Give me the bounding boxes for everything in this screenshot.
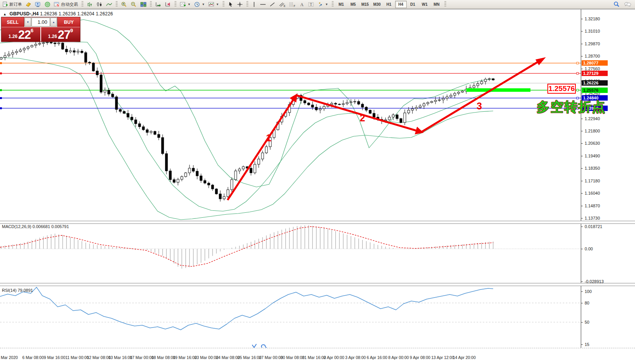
zoom-out-button[interactable] xyxy=(129,0,138,8)
time-axis-label: 17 Mar 00:00 xyxy=(130,355,154,360)
cursor-button[interactable] xyxy=(226,0,235,8)
seal-button[interactable] xyxy=(24,0,33,8)
new-order-button-label: 新订单 xyxy=(9,2,22,7)
tile-windows-button[interactable] xyxy=(139,0,148,8)
buy-price-prefix: 1.26 xyxy=(48,33,57,40)
price-tick-mark xyxy=(581,218,583,218)
remote-terminal-button[interactable] xyxy=(33,0,43,8)
chevron-down-icon[interactable]: ▼ xyxy=(202,3,205,6)
crosshair-button[interactable] xyxy=(235,0,244,8)
toolbar-group-timeframes: M1M5M15M30H1H4D1W1MN xyxy=(336,1,442,8)
volume-decrease-button[interactable]: ▼ xyxy=(25,18,31,26)
close-value: 1.26226 xyxy=(96,11,113,17)
horizontal-line-button[interactable] xyxy=(258,0,268,8)
text-label-icon: T xyxy=(308,2,314,7)
wave-label-1: 1 xyxy=(266,132,271,144)
text-a-icon: A xyxy=(299,2,304,7)
high-value: 1.26236 xyxy=(59,11,76,17)
buy-button[interactable]: BUY xyxy=(57,17,80,27)
candlestick-button[interactable] xyxy=(95,0,104,8)
horizontal-level-lines[interactable] xyxy=(0,62,581,109)
rsi-pane-separator[interactable] xyxy=(0,283,635,286)
chart-top-border xyxy=(0,9,635,10)
bb-middle xyxy=(0,41,493,211)
turning-point-annotation[interactable]: 多空转折点 xyxy=(537,98,606,116)
periods-button[interactable]: ▼ xyxy=(193,0,206,8)
chart-shift-button[interactable] xyxy=(163,0,173,8)
symbol-period-label: GBPUSD-,H4 xyxy=(10,11,39,17)
templates-button[interactable]: ▼ xyxy=(207,0,221,8)
clock-icon xyxy=(194,2,200,7)
chart-canvas[interactable] xyxy=(0,0,635,364)
price-tick-label: 1.32180 xyxy=(585,17,600,21)
macd-tick-label: 0.018721 xyxy=(585,224,602,229)
buy-price[interactable]: 1.26 27 9 xyxy=(41,27,80,41)
tf-h1[interactable]: H1 xyxy=(383,1,395,8)
indicators-button[interactable]: ▼ xyxy=(178,0,192,8)
sell-price[interactable]: 1.26 22 6 xyxy=(2,27,41,41)
chevron-down-icon[interactable]: ▼ xyxy=(188,3,191,6)
trend-arrows[interactable] xyxy=(228,57,546,200)
tf-m15-label: M15 xyxy=(361,2,369,7)
volume-stepper: ▼ 1.00 ▲ xyxy=(24,17,57,27)
wave-1-arrow xyxy=(228,96,296,200)
tf-w1[interactable]: W1 xyxy=(419,1,431,8)
tf-m15[interactable]: M15 xyxy=(359,1,371,8)
collapse-marker-icon[interactable]: ▲ xyxy=(3,12,7,16)
toolbar-grip xyxy=(223,1,224,7)
price-tick-mark xyxy=(581,31,583,31)
time-axis-label: 18 Mar 08:00 xyxy=(151,355,175,360)
rsi-label: RSI(14) 79.0891 xyxy=(2,288,33,293)
price-annotation-box[interactable]: 1.25576 xyxy=(547,84,576,94)
macd-pane-separator[interactable] xyxy=(0,221,635,224)
autotrade-icon xyxy=(54,2,60,7)
price-tick-label: 1.31010 xyxy=(585,29,600,33)
highlight-bar[interactable] xyxy=(466,88,530,92)
fibonacci-button[interactable]: F xyxy=(288,0,297,8)
chevron-down-icon[interactable]: ▼ xyxy=(325,3,328,6)
bollinger-bands xyxy=(0,20,493,220)
vertical-line-button[interactable] xyxy=(250,0,258,8)
price-badge-1.28077: 1.28077 xyxy=(582,60,608,66)
tf-d1[interactable]: D1 xyxy=(407,1,419,8)
shapes-button[interactable]: ▼ xyxy=(316,0,330,8)
tf-m30[interactable]: M30 xyxy=(371,1,383,8)
tf-h1-label: H1 xyxy=(386,2,391,7)
tf-m1[interactable]: M1 xyxy=(336,1,347,8)
volume-input[interactable]: 1.00 xyxy=(32,18,50,26)
toolbar-grip xyxy=(150,1,152,7)
symbol-search-button[interactable] xyxy=(612,0,621,8)
auto-scroll-button[interactable] xyxy=(154,0,163,8)
text-label-button[interactable]: T xyxy=(306,0,316,8)
autotrade-button[interactable]: 自动交易 xyxy=(52,0,80,8)
price-tick-mark xyxy=(581,19,583,19)
line-chart-button[interactable] xyxy=(105,0,114,8)
price-tick-mark xyxy=(581,119,583,119)
buy-price-sup: 9 xyxy=(70,28,73,33)
candlestick-series xyxy=(0,40,494,202)
price-tick-mark xyxy=(581,193,583,194)
tf-m5[interactable]: M5 xyxy=(347,1,359,8)
text-button[interactable]: A xyxy=(298,0,306,8)
new-order-button[interactable]: 新订单 xyxy=(1,0,23,8)
price-tick-label: 1.28700 xyxy=(585,54,600,58)
sell-button[interactable]: SELL xyxy=(2,17,24,27)
tf-mn[interactable]: MN xyxy=(431,1,442,8)
zoom-in-button[interactable] xyxy=(120,0,129,8)
bb-lower xyxy=(0,58,493,220)
low-value: 1.26204 xyxy=(77,11,95,17)
macd-label: MACD(12,26,9) 0.006681 0.005791 xyxy=(2,224,69,229)
bar-chart-button[interactable] xyxy=(85,0,95,8)
volume-increase-button[interactable]: ▲ xyxy=(50,18,57,26)
zoom-out-icon xyxy=(131,2,137,7)
price-tick-label: 1.17180 xyxy=(585,179,600,183)
chevron-down-icon[interactable]: ▼ xyxy=(216,3,219,6)
chat-button[interactable] xyxy=(623,0,633,8)
chat-icon xyxy=(624,2,631,7)
rsi-tick-mark xyxy=(581,344,583,345)
equidistant-channel-button[interactable]: E xyxy=(278,0,287,8)
tf-h4[interactable]: H4 xyxy=(395,1,407,8)
trendline-button[interactable] xyxy=(268,0,277,8)
broadcast-button[interactable] xyxy=(43,0,52,8)
price-tick-mark xyxy=(581,181,583,181)
